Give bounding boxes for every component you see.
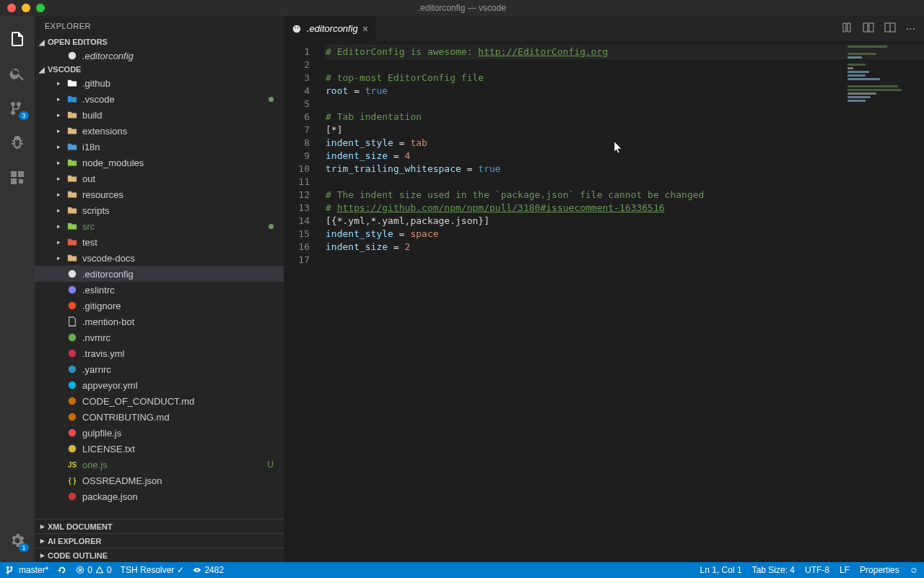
file-item[interactable]: .gitignore [35, 298, 284, 314]
split-editor-icon[interactable] [863, 22, 874, 35]
svg-point-9 [69, 413, 77, 421]
file-item[interactable]: package.json [35, 488, 284, 504]
filename: CODE_OF_CONDUCT.md [82, 396, 194, 407]
open-editors-label: OPEN EDITORS [48, 38, 108, 46]
compare-icon[interactable] [841, 22, 853, 35]
chevron-right-icon: ▸ [55, 223, 62, 230]
svg-point-11 [69, 445, 77, 453]
code-content[interactable]: # EditorConfig is awesome: http://Editor… [320, 41, 924, 562]
file-item[interactable]: .yarnrc [35, 361, 284, 377]
explorer-activity[interactable] [0, 22, 35, 56]
file-item[interactable]: gulpfile.js [35, 425, 284, 441]
encoding-status[interactable]: UTF-8 [805, 565, 829, 575]
open-editor-item[interactable]: .editorconfig [35, 48, 284, 64]
filename: CONTRIBUTING.md [82, 412, 170, 423]
collapsed-section[interactable]: ▸AI EXPLORER [35, 533, 284, 548]
file-tree: ▸.github▸.vscode▸build▸extensions▸i18n▸n… [35, 75, 284, 519]
tab-size-status[interactable]: Tab Size: 4 [752, 565, 795, 575]
folder-icon [66, 204, 78, 216]
sync-status[interactable] [57, 565, 67, 575]
editor-area: .editorconfig × ⋯ 1234567891011121314151… [284, 16, 924, 562]
chevron-right-icon: ▸ [55, 127, 62, 134]
folder-item[interactable]: ▸.vscode [35, 91, 284, 107]
chevron-right-icon: ▸ [55, 254, 62, 262]
file-item[interactable]: CODE_OF_CONDUCT.md [35, 393, 284, 409]
filename: .vscode [82, 94, 115, 105]
vscode-folder-icon [66, 93, 78, 105]
layout-icon[interactable] [884, 22, 896, 35]
filename: extensions [82, 126, 127, 137]
folder-item[interactable]: ▸.github [35, 75, 284, 91]
file-item[interactable]: .mention-bot [35, 314, 284, 329]
filename: node_modules [82, 158, 144, 168]
folder-item[interactable]: ▸build [35, 107, 284, 123]
file-item[interactable]: { }OSSREADME.json [35, 473, 284, 488]
port-status[interactable]: 2482 [193, 565, 224, 575]
eol-status[interactable]: LF [840, 565, 850, 575]
file-item[interactable]: .eslintrc [35, 282, 284, 298]
search-activity[interactable] [0, 56, 35, 91]
chevron-right-icon: ▸ [55, 95, 62, 103]
tab-editorconfig[interactable]: .editorconfig × [284, 16, 376, 41]
more-icon[interactable]: ⋯ [906, 23, 915, 34]
file-item[interactable]: CONTRIBUTING.md [35, 409, 284, 425]
svg-point-7 [69, 381, 77, 389]
debug-activity[interactable] [0, 126, 35, 160]
extensions-activity[interactable] [0, 160, 35, 195]
folder-item[interactable]: ▸extensions [35, 123, 284, 139]
folder-item[interactable]: ▸test [35, 234, 284, 250]
svg-point-6 [69, 366, 77, 374]
branch-status[interactable]: master* [6, 565, 48, 575]
code-editor[interactable]: 1234567891011121314151617 # EditorConfig… [284, 41, 924, 562]
file-item[interactable]: .nvmrc [35, 329, 284, 345]
folder-item[interactable]: ▸scripts [35, 202, 284, 218]
svg-rect-17 [869, 23, 873, 32]
filename: .mention-bot [82, 316, 134, 327]
open-editors-header[interactable]: ◢ OPEN EDITORS [35, 36, 284, 48]
cursor-position-status[interactable]: Ln 1, Col 1 [700, 565, 742, 575]
collapsed-section[interactable]: ▸XML DOCUMENT [35, 519, 284, 533]
md-icon [66, 411, 78, 423]
svg-rect-16 [863, 23, 868, 32]
folder-icon [66, 173, 78, 184]
tsh-resolver-status[interactable]: TSH Resolver ✓ [121, 565, 185, 575]
chevron-down-icon: ◢ [39, 66, 45, 74]
nvm-icon [66, 332, 78, 343]
file-item[interactable]: JSone.jsU [35, 457, 284, 473]
workspace-header[interactable]: ◢ VSCODE [35, 64, 284, 75]
filename: src [82, 221, 95, 232]
files-icon [9, 30, 26, 48]
tabs-bar: .editorconfig × ⋯ [284, 16, 924, 41]
collapsed-section[interactable]: ▸CODE OUTLINE [35, 548, 284, 562]
folder-item[interactable]: ▸i18n [35, 139, 284, 155]
folder-item[interactable]: ▸resources [35, 186, 284, 202]
filename: .nvmrc [82, 332, 110, 343]
github-icon [66, 77, 78, 89]
folder-item[interactable]: ▸out [35, 171, 284, 186]
file-item[interactable]: .travis.yml [35, 345, 284, 361]
close-tab-button[interactable]: × [362, 23, 368, 35]
close-window-button[interactable] [7, 4, 16, 12]
file-item[interactable]: LICENSE.txt [35, 441, 284, 457]
filename: one.js [82, 460, 108, 470]
gulp-icon [66, 427, 78, 439]
folder-item[interactable]: ▸vscode-docs [35, 250, 284, 266]
folder-item[interactable]: ▸node_modules [35, 155, 284, 171]
file-item[interactable]: .editorconfig [35, 266, 284, 282]
svg-point-0 [69, 52, 77, 60]
language-status[interactable]: Properties [860, 565, 899, 575]
problems-status[interactable]: 0 0 [76, 565, 111, 575]
filename: .editorconfig [82, 269, 134, 280]
traffic-lights [0, 4, 45, 12]
filename: package.json [82, 491, 138, 502]
scm-activity[interactable]: 3 [0, 91, 35, 126]
settings-activity[interactable]: 1 [0, 523, 35, 558]
maximize-window-button[interactable] [36, 4, 45, 12]
search-icon [9, 65, 26, 82]
feedback-status[interactable]: ☺ [910, 565, 918, 575]
minimize-window-button[interactable] [22, 4, 30, 12]
filename: .gitignore [82, 301, 121, 311]
folder-item[interactable]: ▸src [35, 218, 284, 234]
filename: gulpfile.js [82, 428, 121, 439]
file-item[interactable]: appveyor.yml [35, 377, 284, 393]
